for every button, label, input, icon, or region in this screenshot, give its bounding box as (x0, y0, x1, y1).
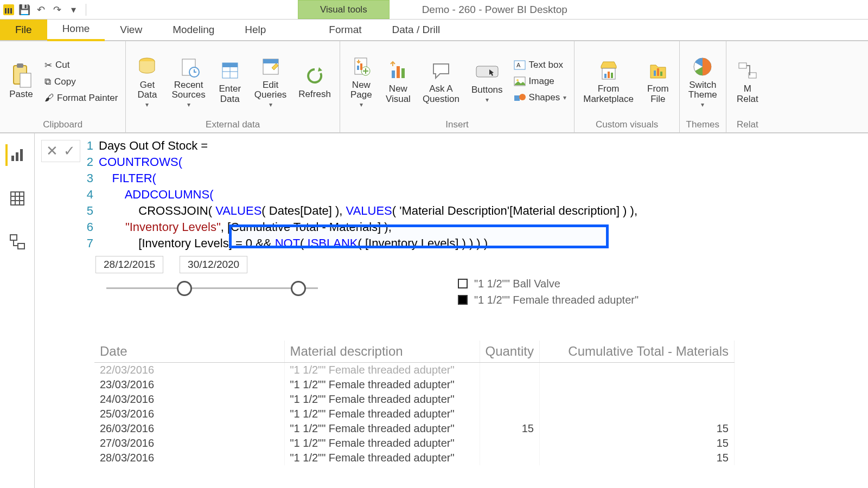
data-table-visual[interactable]: Date Material description Quantity Cumul… (94, 341, 765, 465)
from-file-button[interactable]: From File (642, 56, 674, 106)
slider-handle-start[interactable] (177, 281, 192, 296)
svg-rect-28 (608, 72, 610, 78)
report-view-icon[interactable] (5, 144, 27, 166)
cut-icon: ✂ (44, 60, 52, 71)
commit-formula-icon[interactable]: ✓ (63, 143, 75, 159)
separator (86, 4, 86, 16)
table-row[interactable]: 24/03/2016"1 1/2"" Female threaded adupt… (94, 392, 735, 407)
group-label-insert: Insert (346, 118, 569, 131)
title-bar: 💾 ↶ ↷ ▾ Visual tools Demo - 260 - Power … (0, 0, 868, 20)
image-icon (514, 76, 526, 86)
tab-home[interactable]: Home (47, 18, 105, 41)
left-nav-rail (0, 133, 35, 488)
legend-item-1[interactable]: "1 1/2"" Ball Valve (458, 275, 639, 292)
shapes-icon (514, 93, 526, 102)
legend-item-2[interactable]: "1 1/2"" Female threaded adupter" (458, 292, 639, 308)
svg-point-23 (516, 79, 519, 81)
group-custom-visuals: From Marketplace From File Custom visual… (575, 41, 680, 132)
new-page-button[interactable]: New Page (346, 52, 377, 111)
report-canvas: ✕ ✓ 1Days Out Of Stock = 2COUNTROWS( 3 F… (35, 133, 868, 488)
table-row[interactable]: 23/03/2016"1 1/2"" Female threaded adupt… (94, 377, 735, 392)
group-label-external: External data (131, 118, 334, 131)
slicer-end-date[interactable]: 30/12/2020 (180, 256, 247, 273)
relationships-icon (735, 58, 760, 83)
relationships-button[interactable]: M Relat (732, 56, 763, 106)
textbox-button[interactable]: AText box (512, 59, 569, 72)
col-date[interactable]: Date (94, 341, 284, 363)
svg-rect-24 (514, 95, 520, 101)
dax-editor[interactable]: 1Days Out Of Stock = 2COUNTROWS( 3 FILTE… (86, 138, 637, 252)
svg-rect-18 (401, 68, 405, 78)
save-icon[interactable]: 💾 (18, 4, 30, 16)
model-view-icon[interactable] (7, 231, 28, 253)
new-visual-button[interactable]: New Visual (382, 56, 414, 106)
svg-rect-17 (397, 66, 400, 78)
tab-view[interactable]: View (105, 20, 157, 40)
paste-button[interactable]: Paste (5, 61, 37, 102)
cut-button[interactable]: ✂Cut (42, 59, 120, 72)
new-visual-icon (386, 58, 411, 83)
copy-button[interactable]: ⧉Copy (42, 75, 120, 88)
format-painter-button[interactable]: 🖌Format Painter (42, 92, 120, 105)
enter-data-button[interactable]: Enter Data (214, 56, 246, 106)
tab-modeling[interactable]: Modeling (157, 20, 229, 40)
date-slicer-slider[interactable] (95, 278, 329, 299)
table-row[interactable]: 27/03/2016"1 1/2"" Female threaded adupt… (94, 436, 735, 451)
group-label-custom: Custom visuals (580, 118, 674, 131)
paste-label: Paste (9, 89, 33, 100)
svg-rect-15 (360, 63, 362, 70)
paste-icon (9, 63, 34, 88)
data-view-icon[interactable] (7, 188, 28, 209)
edit-queries-button[interactable]: Edit Queries (251, 52, 290, 111)
switch-theme-button[interactable]: Switch Theme (685, 52, 720, 111)
table-row[interactable]: 25/03/2016"1 1/2"" Female threaded adupt… (94, 407, 735, 421)
recent-icon (176, 54, 201, 79)
textbox-icon: A (514, 60, 526, 70)
group-clipboard: Paste ✂Cut ⧉Copy 🖌Format Painter Clipboa… (0, 41, 126, 132)
recent-sources-button[interactable]: Recent Sources (168, 52, 208, 111)
legend-swatch-filled (458, 295, 468, 305)
undo-icon[interactable]: ↶ (35, 4, 47, 16)
group-themes: Switch Theme Themes (680, 41, 726, 132)
qat-dropdown-icon[interactable]: ▾ (67, 4, 79, 16)
formula-bar-buttons: ✕ ✓ (41, 140, 80, 162)
svg-rect-29 (611, 73, 613, 78)
svg-rect-14 (357, 66, 359, 70)
col-cumulative[interactable]: Cumulative Total - Materials (539, 341, 734, 363)
get-data-button[interactable]: Get Data (131, 52, 163, 111)
from-file-icon (646, 58, 671, 83)
buttons-button[interactable]: Buttons (468, 57, 506, 106)
svg-text:A: A (516, 62, 521, 68)
svg-rect-44 (10, 235, 17, 240)
buttons-icon (475, 59, 500, 84)
svg-rect-27 (604, 74, 607, 78)
refresh-button[interactable]: Refresh (295, 61, 334, 102)
shapes-button[interactable]: Shapes (512, 91, 569, 104)
ribbon: Paste ✂Cut ⧉Copy 🖌Format Painter Clipboa… (0, 41, 868, 133)
table-row[interactable]: 28/03/2016"1 1/2"" Female threaded adupt… (94, 451, 735, 465)
tab-format[interactable]: Format (314, 20, 376, 40)
table-row[interactable]: 22/03/2016"1 1/2"" Female threaded adupt… (94, 363, 735, 378)
legend-swatch-empty (458, 279, 468, 288)
tab-help[interactable]: Help (229, 20, 281, 40)
ask-question-button[interactable]: Ask A Question (419, 56, 463, 106)
image-button[interactable]: Image (512, 75, 569, 88)
get-data-icon (135, 54, 159, 79)
ask-icon (429, 58, 454, 83)
slider-handle-end[interactable] (291, 281, 306, 296)
redo-icon[interactable]: ↷ (51, 4, 63, 16)
col-material[interactable]: Material description (284, 341, 480, 363)
formula-bar[interactable]: ✕ ✓ 1Days Out Of Stock = 2COUNTROWS( 3 F… (41, 138, 861, 252)
window-title: Demo - 260 - Power BI Desktop (390, 0, 868, 19)
tab-data-drill[interactable]: Data / Drill (377, 20, 456, 40)
svg-rect-34 (739, 63, 746, 68)
app-logo-icon (3, 4, 14, 15)
from-marketplace-button[interactable]: From Marketplace (580, 56, 637, 106)
slicer-start-date[interactable]: 28/12/2015 (95, 256, 163, 273)
copy-icon: ⧉ (44, 76, 51, 87)
table-row[interactable]: 26/03/2016"1 1/2"" Female threaded adupt… (94, 421, 735, 436)
cancel-formula-icon[interactable]: ✕ (46, 143, 58, 159)
tab-file[interactable]: File (0, 20, 47, 40)
col-quantity[interactable]: Quantity (480, 341, 539, 363)
quick-access-toolbar: 💾 ↶ ↷ ▾ (0, 0, 92, 19)
